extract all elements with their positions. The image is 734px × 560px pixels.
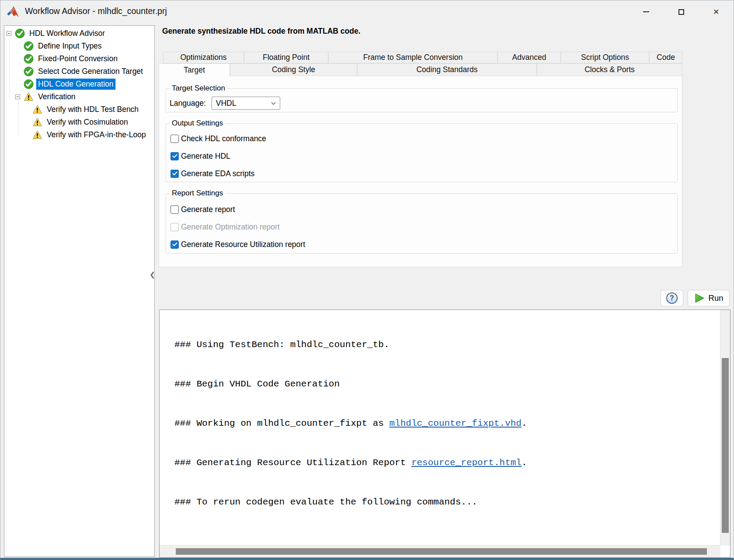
log-text: ### Begin VHDL Code Generation	[174, 379, 340, 389]
log-line: ### Using TestBench: mlhdlc_counter_tb.	[174, 338, 720, 351]
target-tab-pane: Target Selection Language: VHDL Output S…	[159, 76, 682, 267]
check-hdl-conformance-checkbox[interactable]	[170, 135, 179, 143]
tab-coding-style[interactable]: Coding Style	[230, 63, 357, 76]
checkbox-label[interactable]: Generate HDL	[181, 152, 230, 161]
log-line	[174, 535, 720, 542]
tab-advanced[interactable]: Advanced	[497, 52, 561, 63]
minimize-button[interactable]	[636, 0, 656, 23]
generate-resource-utilization-report-row: Generate Resource Utilization report	[170, 240, 305, 249]
window-title: Workflow Advisor - mlhdlc_counter.prj	[25, 6, 167, 16]
tab-code[interactable]: Code	[649, 52, 682, 63]
run-button[interactable]: Run	[688, 290, 730, 306]
generate-optimization-report-checkbox	[170, 223, 179, 231]
tab-frame-to-sample-conversion[interactable]: Frame to Sample Conversion	[328, 52, 497, 63]
tree-item-label: Verify with FPGA-in-the-Loop	[45, 129, 148, 140]
collapse-expander-icon[interactable]	[15, 94, 20, 99]
splitter-collapse-icon[interactable]: ❮	[150, 267, 155, 282]
close-icon: ✕	[713, 7, 719, 17]
language-dropdown[interactable]: VHDL	[212, 97, 280, 110]
horizontal-scrollbar-thumb[interactable]	[176, 548, 707, 555]
tab-row-lower: Target Coding Style Coding Standards Clo…	[159, 63, 682, 76]
title-bar: Workflow Advisor - mlhdlc_counter.prj ✕	[0, 0, 734, 23]
tree-item-label: Verification	[36, 91, 77, 102]
matlab-logo-icon	[7, 6, 20, 18]
vhd-file-link[interactable]: mlhdlc_counter_fixpt.vhd	[389, 418, 521, 428]
log-line: ### Generating Resource Utilization Repo…	[174, 456, 720, 470]
checkbox-label: Generate Optimization report	[181, 223, 280, 232]
tree-item-label: HDL Workflow Advisor	[28, 28, 107, 39]
log-line: ### To rerun codegen evaluate the follow…	[174, 496, 720, 509]
tab-clocks-and-ports[interactable]: Clocks & Ports	[537, 63, 682, 76]
group-legend: Output Settings	[170, 119, 225, 128]
tree-item-label: Verify with HDL Test Bench	[45, 104, 140, 115]
window-controls: ✕	[636, 0, 726, 23]
play-icon	[694, 293, 705, 303]
check-passed-icon	[24, 54, 34, 64]
tab-target[interactable]: Target	[159, 63, 230, 77]
check-passed-icon	[24, 66, 34, 77]
generate-eda-scripts-checkbox[interactable]	[170, 170, 179, 178]
horizontal-scrollbar[interactable]	[160, 545, 720, 557]
generate-hdl-checkbox[interactable]	[170, 152, 179, 160]
run-label: Run	[709, 293, 724, 303]
tree-item-define-input-types[interactable]: Define Input Types	[4, 40, 154, 52]
output-settings-group: Output Settings Check HDL conformance Ge…	[166, 123, 678, 182]
workflow-tree: HDL Workflow Advisor Define Input Types …	[4, 25, 155, 557]
help-button[interactable]: ?	[661, 290, 683, 306]
group-legend: Report Settings	[170, 189, 225, 198]
tab-script-options[interactable]: Script Options	[561, 52, 649, 63]
collapse-expander-icon[interactable]	[7, 31, 11, 36]
generate-report-checkbox[interactable]	[170, 205, 179, 214]
tree-item-label: Fixed-Point Conversion	[36, 53, 119, 64]
chevron-down-icon	[271, 102, 276, 105]
tree-item-fixed-point-conversion[interactable]: Fixed-Point Conversion	[4, 52, 154, 65]
warning-icon	[32, 130, 42, 140]
tree-item-hdl-code-generation[interactable]: HDL Code Generation	[4, 78, 154, 90]
checkbox-label[interactable]: Generate EDA scripts	[181, 169, 254, 178]
tab-optimizations[interactable]: Optimizations	[163, 52, 244, 63]
tree-item-label: Select Code Generation Target	[36, 66, 145, 77]
checkbox-label[interactable]: Generate Resource Utilization report	[181, 240, 305, 249]
help-icon: ?	[666, 292, 678, 304]
resource-report-link[interactable]: resource_report.html	[411, 458, 522, 468]
generate-hdl-row: Generate HDL	[170, 152, 230, 160]
tree-item-verify-with-fpga-in-the-loop[interactable]: Verify with FPGA-in-the-Loop	[4, 129, 154, 141]
check-icon	[172, 171, 177, 176]
warning-icon	[32, 117, 42, 127]
codegen-log-panel[interactable]: ### Using TestBench: mlhdlc_counter_tb. …	[159, 310, 731, 558]
generate-optimization-report-row: Generate Optimization report	[170, 223, 280, 231]
target-selection-group: Target Selection Language: VHDL	[166, 88, 678, 112]
vertical-scrollbar[interactable]	[720, 310, 730, 546]
generate-resource-utilization-report-checkbox[interactable]	[170, 240, 179, 249]
report-settings-group: Report Settings Generate report Generate…	[166, 193, 678, 254]
codegen-log-text: ### Using TestBench: mlhdlc_counter_tb. …	[160, 310, 720, 546]
tab-floating-point[interactable]: Floating Point	[244, 52, 328, 63]
close-button[interactable]: ✕	[706, 0, 726, 23]
generate-report-row: Generate report	[170, 205, 235, 214]
vertical-scrollbar-thumb[interactable]	[722, 358, 729, 533]
tree-item-select-code-generation-target[interactable]: Select Code Generation Target	[4, 65, 154, 78]
log-text: ### Working on mlhdlc_counter_fixpt as	[174, 418, 389, 428]
log-line: ### Working on mlhdlc_counter_fixpt as m…	[174, 417, 720, 430]
log-line: ### Begin VHDL Code Generation	[174, 378, 720, 391]
tree-item-hdl-workflow-advisor[interactable]: HDL Workflow Advisor	[4, 27, 154, 40]
tab-row-upper: Optimizations Floating Point Frame to Sa…	[163, 52, 682, 63]
check-hdl-conformance-row: Check HDL conformance	[170, 134, 266, 143]
checkbox-label[interactable]: Generate report	[181, 205, 235, 214]
tab-coding-standards[interactable]: Coding Standards	[357, 63, 537, 76]
tree-item-verify-with-hdl-test-bench[interactable]: Verify with HDL Test Bench	[4, 103, 154, 116]
language-value: VHDL	[216, 99, 237, 108]
tree-item-verification[interactable]: Verification	[4, 90, 154, 103]
check-passed-icon	[24, 41, 34, 51]
warning-icon	[32, 104, 42, 115]
checkbox-label[interactable]: Check HDL conformance	[181, 134, 266, 143]
maximize-icon	[678, 9, 684, 15]
workflow-advisor-window: Workflow Advisor - mlhdlc_counter.prj ✕ …	[0, 0, 734, 560]
log-text: .	[522, 458, 527, 468]
maximize-button[interactable]	[671, 0, 691, 23]
language-row: Language: VHDL	[170, 97, 280, 110]
tree-item-label: HDL Code Generation	[36, 79, 115, 90]
group-legend: Target Selection	[170, 84, 227, 93]
tree-item-verify-with-cosimulation[interactable]: Verify with Cosimulation	[4, 116, 154, 129]
log-text: ### To rerun codegen evaluate the follow…	[174, 497, 477, 507]
